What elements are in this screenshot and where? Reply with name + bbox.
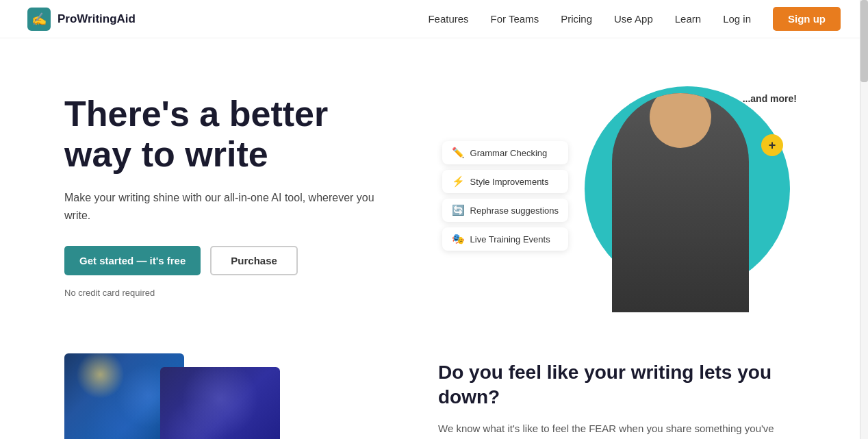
style-icon: ⚡ xyxy=(452,175,465,188)
purchase-button[interactable]: Purchase xyxy=(210,246,298,275)
plus-badge: + xyxy=(761,134,783,156)
hero-subtitle: Make your writing shine with our all-in-… xyxy=(64,189,379,224)
nav-features[interactable]: Features xyxy=(428,13,468,25)
brand-name: ProWritingAid xyxy=(58,12,136,26)
training-icon: 🎭 xyxy=(452,233,465,245)
style-label: Style Improvements xyxy=(470,177,549,187)
login-link[interactable]: Log in xyxy=(723,13,751,25)
training-label: Live Training Events xyxy=(470,234,550,244)
nav-for-teams[interactable]: For Teams xyxy=(491,13,539,25)
nav-use-app[interactable]: Use App xyxy=(614,13,653,25)
signup-button[interactable]: Sign up xyxy=(773,7,841,31)
feature-cards: ✏️ Grammar Checking ⚡ Style Improvements… xyxy=(442,141,568,251)
person-illustration xyxy=(612,93,749,312)
section2-text-area: Do you feel like your writing lets you d… xyxy=(438,353,804,439)
person-head xyxy=(650,93,711,148)
feature-card-rephrase: 🔄 Rephrase suggestions xyxy=(442,199,568,222)
logo-link[interactable]: ✍ ProWritingAid xyxy=(27,8,136,31)
and-more-label: ...and more! xyxy=(743,93,797,104)
no-credit-text: No credit card required xyxy=(64,288,434,298)
hero-right: ...and more! + ✏️ Grammar Checking ⚡ Sty… xyxy=(449,79,804,312)
nav-pricing[interactable]: Pricing xyxy=(561,13,592,25)
hero-section: There's a better way to write Make your … xyxy=(23,38,845,340)
get-started-button[interactable]: Get started — it's free xyxy=(64,246,201,275)
rephrase-label: Rephrase suggestions xyxy=(470,205,559,216)
scrollbar-thumb[interactable] xyxy=(860,0,868,82)
section2-images: My idea in my head xyxy=(64,353,397,439)
page-scrollbar[interactable] xyxy=(860,0,868,439)
hero-left: There's a better way to write Make your … xyxy=(64,94,434,299)
grammar-label: Grammar Checking xyxy=(470,148,548,158)
grammar-icon: ✏️ xyxy=(452,147,465,159)
section2: My idea in my head Do you feel like your… xyxy=(23,340,845,439)
logo-icon: ✍ xyxy=(27,8,51,31)
nav-learn[interactable]: Learn xyxy=(675,13,701,25)
section2-body: We know what it's like to feel the FEAR … xyxy=(438,420,804,439)
feature-card-style: ⚡ Style Improvements xyxy=(442,170,568,193)
painting-card-2 xyxy=(160,367,280,439)
section2-title: Do you feel like your writing lets you d… xyxy=(438,360,804,410)
feature-card-training: 🎭 Live Training Events xyxy=(442,227,568,251)
nav-links: Features For Teams Pricing Use App Learn… xyxy=(428,7,841,31)
rephrase-icon: 🔄 xyxy=(452,204,465,216)
navbar: ✍ ProWritingAid Features For Teams Prici… xyxy=(0,0,868,38)
hero-illustration: ...and more! + ✏️ Grammar Checking ⚡ Sty… xyxy=(449,79,804,312)
hero-title: There's a better way to write xyxy=(64,94,434,176)
hero-buttons: Get started — it's free Purchase xyxy=(64,246,434,275)
feature-card-grammar: ✏️ Grammar Checking xyxy=(442,141,568,164)
